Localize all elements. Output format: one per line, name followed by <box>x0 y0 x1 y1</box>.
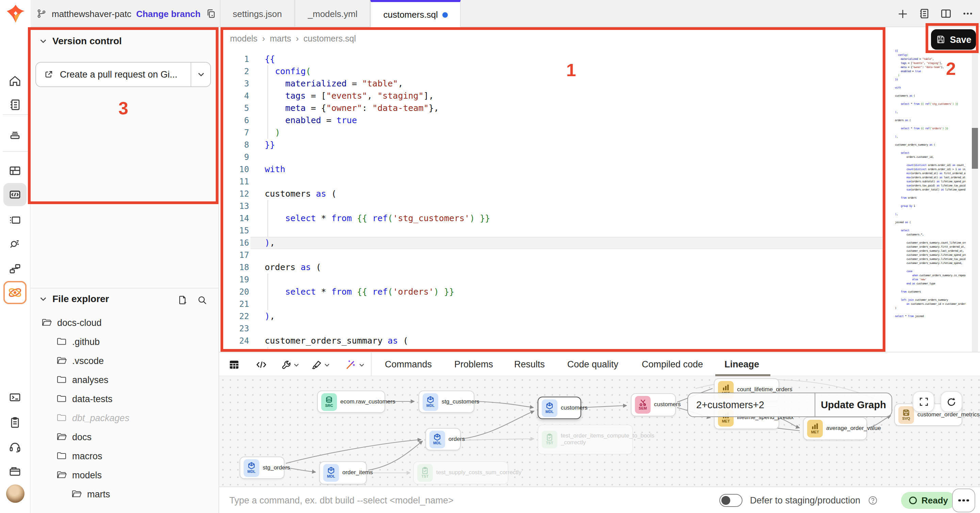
file-tree-item-models[interactable]: models <box>30 465 219 484</box>
files-icon[interactable] <box>3 460 27 483</box>
split-panel-icon[interactable] <box>939 7 953 21</box>
home-icon[interactable] <box>3 69 27 92</box>
tab-_models.yml[interactable]: _models.yml <box>295 0 371 27</box>
folder-icon <box>56 451 67 461</box>
bottom-panel-toolbar: CommandsProblemsResultsCode qualityCompi… <box>219 352 980 376</box>
file-tree-item-macros[interactable]: macros <box>30 446 219 465</box>
query-search-icon[interactable] <box>3 232 27 255</box>
breadcrumb-item[interactable]: customers.sql <box>304 34 356 44</box>
breadcrumb-item[interactable]: marts <box>270 34 291 44</box>
file-explorer-header[interactable]: File explorer <box>40 293 109 304</box>
panel-tab-Problems[interactable]: Problems <box>454 353 493 376</box>
code-editor-icon[interactable] <box>3 183 27 206</box>
pr-button-caret[interactable] <box>191 63 210 86</box>
panel-tab-Results[interactable]: Results <box>514 353 545 376</box>
terminal-icon[interactable] <box>3 386 27 409</box>
more-options-button[interactable] <box>952 489 975 512</box>
magic-wand-icon[interactable] <box>344 358 357 372</box>
version-control-header[interactable]: Version control <box>40 35 122 46</box>
lineage-node-test_order_items[interactable]: TSTtest_order_items_compute_to_bools _co… <box>538 424 633 454</box>
lineage-node-customers_semantic[interactable]: SEMcustomers <box>631 393 676 416</box>
lineage-node-customers_model[interactable]: MDLcustomers <box>538 397 581 419</box>
chevron-down-icon[interactable] <box>324 362 330 368</box>
refresh-button[interactable] <box>940 391 962 412</box>
mdl-badge-icon: MDL <box>423 393 438 411</box>
lineage-node-orders[interactable]: MDLorders <box>425 428 461 450</box>
file-tree-item-dbt_packages[interactable]: dbt_packages <box>30 408 219 427</box>
command-input[interactable]: Type a command, ex. dbt build --select <… <box>229 487 453 513</box>
format-brush-icon[interactable] <box>310 358 323 372</box>
sidebar: Version control Create a pull request on… <box>30 27 219 513</box>
lineage-node-order_items[interactable]: MDLorder_items <box>319 461 367 484</box>
file-tree-item-marts[interactable]: marts <box>30 484 219 503</box>
mdl-badge-icon: MDL <box>243 459 259 476</box>
chevron-down-icon[interactable] <box>293 362 299 368</box>
tst-badge-icon: TST <box>542 431 557 448</box>
chevron-down-icon[interactable] <box>359 362 365 368</box>
lineage-canvas[interactable]: SRCecom.raw_customersMDLstg_customersMDL… <box>219 376 980 486</box>
wrench-icon[interactable] <box>279 358 293 372</box>
copy-icon[interactable] <box>205 8 216 19</box>
code-content[interactable]: {{ config( materialized = "table", tags … <box>265 53 639 352</box>
file-tree-item-docs[interactable]: docs <box>30 427 219 446</box>
change-branch-link[interactable]: Change branch <box>136 8 200 19</box>
panel-tab-Code quality[interactable]: Code quality <box>567 353 618 376</box>
user-avatar[interactable] <box>6 484 24 503</box>
ellipsis-icon[interactable] <box>961 7 975 21</box>
rail-divider <box>3 114 28 115</box>
save-floppy-icon <box>935 35 945 44</box>
lineage-node-ecom_raw_customers[interactable]: SRCecom.raw_customers <box>317 391 385 413</box>
panel-tab-Compiled code[interactable]: Compiled code <box>642 353 703 376</box>
frame-icon[interactable] <box>3 208 27 231</box>
docs-icon[interactable] <box>3 93 27 116</box>
help-question-icon[interactable] <box>868 495 878 505</box>
file-tree-item-.github[interactable]: .github <box>30 332 219 351</box>
dashboard-icon[interactable] <box>3 159 27 182</box>
mdl-badge-icon: MDL <box>323 464 339 482</box>
sidebar-divider <box>30 288 219 289</box>
create-pull-request-button[interactable]: Create a pull request on Gi... <box>35 62 211 87</box>
dbt-cloud-ide: matthewshaver-patc Change branch setting… <box>0 0 980 513</box>
table-icon[interactable] <box>227 358 241 372</box>
file-tree-item-data-tests[interactable]: data-tests <box>30 389 219 408</box>
window-actions <box>896 0 975 27</box>
inbox-icon[interactable] <box>3 123 27 146</box>
scrollbar-thumb[interactable] <box>972 128 978 169</box>
notebook-icon[interactable] <box>917 7 931 21</box>
tab-settings.json[interactable]: settings.json <box>220 0 295 27</box>
plus-icon[interactable] <box>896 7 909 21</box>
tab-customers.sql[interactable]: customers.sql <box>370 0 461 27</box>
search-icon[interactable] <box>197 295 208 305</box>
code-icon[interactable] <box>255 358 268 372</box>
lineage-node-test_supply_costs[interactable]: TSTtest_supply_costs_sum_correctly <box>413 461 508 484</box>
minimap[interactable]: {{ config( materialized = "table", tags … <box>895 49 966 348</box>
branch-area: matthewshaver-patc Change branch <box>30 0 220 27</box>
panel-tab-Lineage[interactable]: Lineage <box>724 353 759 376</box>
left-icon-rail <box>0 27 30 513</box>
update-graph-button[interactable]: Update Graph <box>815 393 891 416</box>
new-file-icon[interactable] <box>177 295 188 305</box>
file-tree-item-docs-cloud[interactable]: docs-cloud <box>30 313 219 332</box>
dbt-logo[interactable] <box>0 0 30 27</box>
lineage-selector-input[interactable]: 2+customers+2 <box>688 393 815 416</box>
save-button[interactable]: Save <box>931 29 976 50</box>
dbt-copilot-icon[interactable] <box>3 281 27 304</box>
ready-status-badge[interactable]: Ready <box>901 492 956 509</box>
code-editor[interactable]: models›marts›customers.sql 1234567891011… <box>219 27 980 352</box>
fullscreen-button[interactable] <box>913 391 934 412</box>
breadcrumb-item[interactable]: models <box>230 34 258 44</box>
folder-icon <box>56 413 67 422</box>
editor-scrollbar[interactable] <box>972 33 978 352</box>
lineage-node-stg_customers[interactable]: MDLstg_customers <box>418 391 474 413</box>
file-tree-item-analyses[interactable]: analyses <box>30 370 219 389</box>
flow-icon[interactable] <box>3 257 27 280</box>
headset-icon[interactable] <box>3 435 27 459</box>
defer-toggle[interactable] <box>719 494 743 507</box>
file-tree: docs-cloud.github.vscodeanalysesdata-tes… <box>30 313 219 503</box>
external-link-icon <box>43 69 54 79</box>
file-tree-item-.vscode[interactable]: .vscode <box>30 351 219 370</box>
lineage-node-average_order_value[interactable]: METaverage_order_value <box>803 417 867 440</box>
clipboard-icon[interactable] <box>3 411 27 434</box>
panel-tab-Commands[interactable]: Commands <box>385 353 432 376</box>
lineage-node-stg_orders[interactable]: MDLstg_orders <box>240 457 285 479</box>
